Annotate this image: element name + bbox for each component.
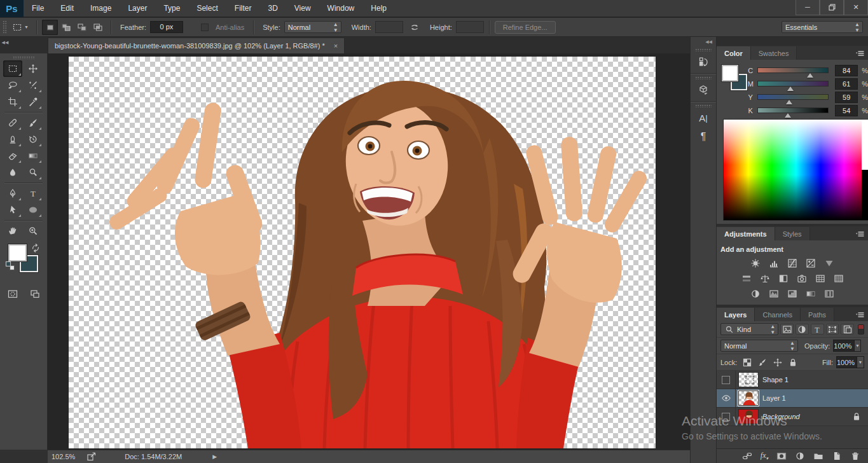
pen-tool[interactable] (3, 185, 22, 202)
layer-thumbnail[interactable] (738, 409, 759, 424)
add-layer-mask-icon[interactable] (776, 451, 787, 461)
layer-row-layer1[interactable]: Layer 1 (717, 389, 868, 408)
character-panel-button[interactable]: A| (694, 109, 713, 127)
gradient-tool[interactable] (24, 148, 43, 164)
lasso-tool[interactable] (3, 77, 22, 93)
close-button[interactable]: ✕ (844, 0, 868, 15)
refine-edge-button[interactable]: Refine Edge... (495, 21, 556, 34)
zoom-tool[interactable] (24, 223, 43, 239)
menu-file[interactable]: File (24, 0, 52, 17)
curves-icon[interactable] (786, 258, 799, 269)
menu-select[interactable]: Select (188, 0, 226, 17)
minimize-button[interactable]: ─ (796, 0, 820, 15)
selective-color-icon[interactable] (823, 288, 836, 300)
lock-paint-icon[interactable] (757, 357, 768, 368)
yellow-value[interactable]: 59 (835, 92, 858, 103)
black-white-icon[interactable] (777, 273, 790, 284)
layer-row-background[interactable]: Background (717, 408, 868, 426)
menu-filter[interactable]: Filter (226, 0, 260, 17)
levels-icon[interactable] (768, 258, 780, 269)
layer-name[interactable]: Shape 1 (762, 376, 789, 384)
layer-name[interactable]: Background (762, 413, 800, 420)
menu-edit[interactable]: Edit (52, 0, 82, 17)
visibility-toggle[interactable] (717, 371, 736, 389)
layer-filter-kind-dropdown[interactable]: Kind▲▼ (720, 323, 778, 335)
layer-filtering-toggle[interactable] (858, 324, 864, 335)
type-tool[interactable]: T (24, 185, 43, 202)
delete-layer-icon[interactable] (850, 451, 860, 461)
gradient-map-icon[interactable] (804, 288, 817, 300)
blur-tool[interactable] (3, 164, 22, 181)
eyedropper-tool[interactable] (24, 93, 43, 110)
subtract-from-selection-button[interactable] (74, 20, 90, 35)
panel-menu-icon[interactable] (855, 229, 865, 239)
swap-colors-icon[interactable] (31, 243, 41, 253)
menu-image[interactable]: Image (82, 0, 120, 17)
ellipse-tool[interactable] (24, 202, 43, 218)
link-dimensions-icon[interactable] (410, 22, 420, 32)
tab-color[interactable]: Color (717, 46, 751, 60)
collapse-toolbar-icon[interactable]: ◀◀ (0, 37, 10, 45)
tab-swatches[interactable]: Swatches (751, 46, 797, 60)
black-white-strip[interactable] (862, 120, 868, 220)
channel-mixer-icon[interactable] (814, 273, 827, 284)
foreground-color-swatch[interactable] (8, 244, 27, 261)
invert-icon[interactable] (749, 288, 762, 300)
dodge-tool[interactable] (24, 164, 43, 181)
menu-view[interactable]: View (286, 0, 319, 17)
hand-tool[interactable] (3, 223, 22, 239)
filter-shape-layers-icon[interactable] (826, 324, 839, 335)
foreground-color-swatch-small[interactable] (722, 65, 738, 81)
brightness-contrast-icon[interactable] (749, 258, 762, 269)
color-balance-icon[interactable] (759, 273, 771, 284)
style-dropdown[interactable]: Normal▲▼ (284, 21, 341, 33)
menu-layer[interactable]: Layer (120, 0, 155, 17)
canvas-area[interactable] (48, 53, 690, 450)
restore-button[interactable] (820, 0, 844, 15)
path-selection-tool[interactable] (3, 202, 22, 218)
zoom-level[interactable]: 102.5% (52, 453, 75, 460)
properties-panel-button[interactable] (694, 81, 713, 99)
tab-channels[interactable]: Channels (755, 308, 800, 321)
new-layer-icon[interactable] (832, 451, 842, 461)
document-tab[interactable]: bigstock-Young-beautiful-brunette-woman-… (48, 38, 345, 53)
move-tool[interactable] (24, 60, 43, 77)
menu-window[interactable]: Window (319, 0, 363, 17)
lock-transparency-icon[interactable] (742, 357, 752, 368)
toolbar-gripper[interactable] (13, 56, 34, 59)
clone-stamp-tool[interactable] (3, 131, 22, 148)
height-input[interactable] (456, 21, 484, 33)
vibrance-icon[interactable] (823, 258, 836, 269)
export-icon[interactable] (86, 452, 97, 462)
opacity-input[interactable]: 100%▼ (833, 340, 861, 352)
history-brush-tool[interactable] (24, 131, 43, 148)
options-bar-gripper[interactable] (3, 20, 7, 34)
color-spectrum[interactable] (723, 119, 868, 221)
brush-tool[interactable] (24, 114, 43, 131)
threshold-icon[interactable] (786, 288, 799, 300)
expand-panels-icon[interactable]: ◀◀ (691, 37, 716, 46)
anti-alias-checkbox[interactable] (201, 24, 209, 31)
exposure-icon[interactable] (804, 258, 817, 269)
rectangular-marquee-tool[interactable] (3, 60, 22, 77)
panel-menu-icon[interactable] (855, 310, 865, 320)
tab-styles[interactable]: Styles (775, 227, 810, 240)
magic-wand-tool[interactable] (24, 77, 43, 93)
yellow-slider[interactable] (757, 94, 829, 100)
width-input[interactable] (375, 21, 403, 33)
filter-adjustment-layers-icon[interactable] (796, 324, 809, 335)
tab-adjustments[interactable]: Adjustments (717, 227, 775, 240)
layer-thumbnail[interactable] (738, 390, 759, 406)
hue-saturation-icon[interactable] (740, 273, 753, 284)
tool-preset-picker[interactable]: ▼ (10, 20, 31, 35)
panel-menu-icon[interactable] (855, 48, 865, 59)
visibility-toggle[interactable] (717, 408, 736, 426)
cyan-value[interactable]: 84 (835, 65, 858, 76)
quick-mask-button[interactable] (4, 287, 21, 300)
status-options-arrow-icon[interactable]: ▶ (212, 453, 217, 460)
filter-smart-objects-icon[interactable] (841, 324, 854, 335)
eraser-tool[interactable] (3, 148, 22, 164)
lock-position-icon[interactable] (773, 357, 783, 368)
menu-type[interactable]: Type (155, 0, 188, 17)
fill-input[interactable]: 100%▼ (836, 356, 864, 368)
